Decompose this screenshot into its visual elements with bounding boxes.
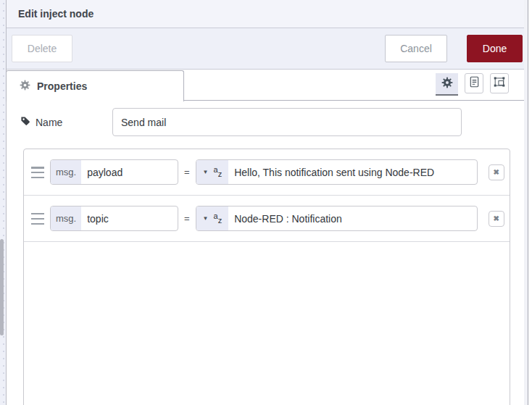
editor-option-buttons: [436, 73, 509, 96]
list-item: msg. = ▼ az ✖: [24, 149, 510, 196]
remove-row-button[interactable]: ✖: [489, 164, 504, 180]
tag-icon: [20, 116, 30, 128]
drag-handle-icon[interactable]: [31, 167, 44, 178]
dialog-title: Edit inject node: [7, 0, 528, 28]
inject-props-list: msg. = ▼ az ✖ msg.: [23, 149, 510, 405]
close-icon: ✖: [493, 168, 499, 176]
string-type-icon: az: [214, 214, 223, 222]
workspace-scrollbar-thumb[interactable]: [0, 239, 4, 335]
string-type-icon: az: [214, 168, 223, 176]
value-input[interactable]: [228, 206, 476, 230]
close-icon: ✖: [493, 214, 499, 222]
remove-row-button[interactable]: ✖: [489, 211, 504, 227]
property-name-input[interactable]: [81, 206, 178, 230]
property-typed-input[interactable]: msg.: [50, 159, 178, 185]
equals-operator: =: [184, 213, 190, 224]
tab-properties[interactable]: Properties: [6, 70, 184, 101]
type-select-button[interactable]: ▼ az: [196, 206, 229, 230]
workspace-edge: [0, 0, 7, 405]
chevron-down-icon: ▼: [203, 216, 209, 222]
appearance-icon: [494, 76, 505, 91]
chevron-down-icon: ▼: [203, 170, 209, 175]
tab-properties-label: Properties: [37, 80, 87, 92]
list-item: msg. = ▼ az ✖: [24, 196, 510, 242]
tab-bar: Properties: [7, 70, 528, 101]
node-settings-button[interactable]: [436, 73, 458, 96]
property-typed-input[interactable]: msg.: [50, 206, 178, 231]
properties-form: Name msg. = ▼ az ✖: [7, 101, 528, 405]
delete-button[interactable]: Delete: [12, 35, 72, 62]
edit-node-tray: Edit inject node Delete Cancel Done: [7, 0, 528, 405]
value-typed-input: ▼ az: [196, 159, 478, 185]
name-field-label: Name: [20, 108, 62, 136]
value-input[interactable]: [228, 160, 476, 184]
done-button[interactable]: Done: [467, 35, 523, 62]
equals-operator: =: [184, 167, 190, 178]
tray-toolbar: Delete Cancel Done: [7, 28, 528, 70]
type-select-button[interactable]: ▼ az: [196, 160, 229, 184]
name-input[interactable]: [112, 108, 462, 136]
drag-handle-icon[interactable]: [31, 213, 44, 225]
node-appearance-button[interactable]: [490, 73, 509, 93]
msg-prefix-label: msg.: [51, 160, 81, 184]
gear-icon: [20, 80, 30, 93]
tray-scroll-strip: [524, 0, 528, 405]
cancel-button[interactable]: Cancel: [385, 35, 447, 62]
property-name-input[interactable]: [81, 160, 178, 184]
msg-prefix-label: msg.: [51, 206, 81, 230]
node-description-button[interactable]: [465, 73, 483, 93]
name-label-text: Name: [36, 117, 62, 128]
value-typed-input: ▼ az: [196, 206, 478, 231]
document-icon: [470, 76, 479, 91]
gear-icon: [441, 77, 453, 91]
